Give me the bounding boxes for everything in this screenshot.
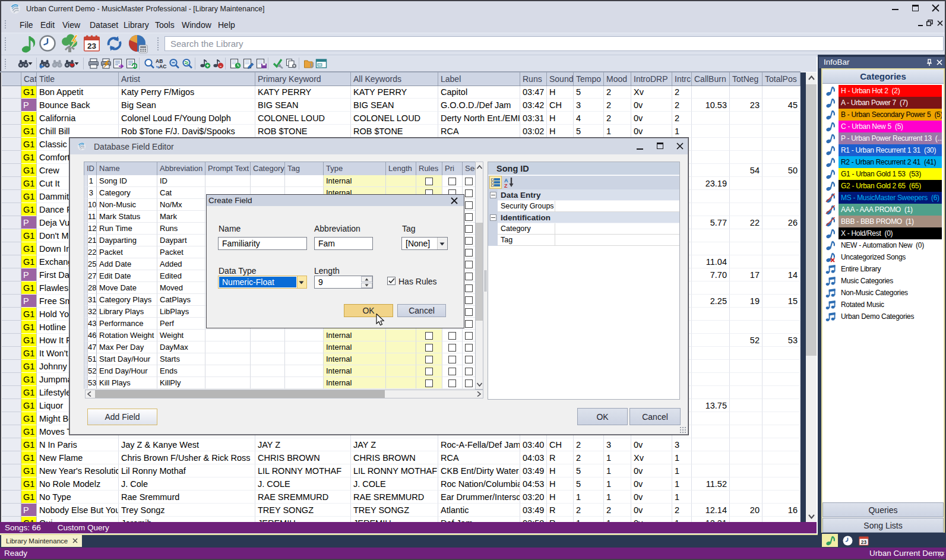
svg-text:-: - [220, 62, 222, 69]
svg-text:+: + [206, 62, 210, 69]
svg-text:AC: AC [159, 64, 166, 69]
svg-text:23: 23 [861, 539, 867, 545]
svg-text:A: A [504, 178, 508, 183]
svg-text:23: 23 [87, 42, 97, 50]
svg-text:Z: Z [504, 183, 508, 188]
